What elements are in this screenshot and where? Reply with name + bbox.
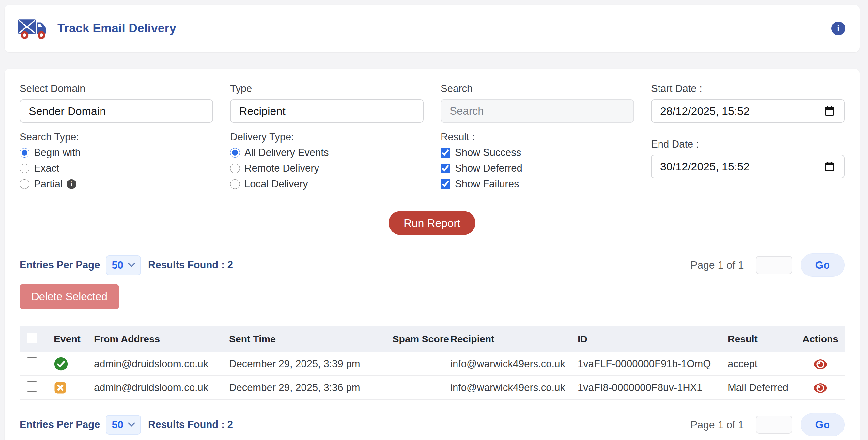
search-group: Search Result : Show Success Show Deferr… <box>440 83 634 190</box>
radio-all-delivery-events-label: All Delivery Events <box>244 147 329 158</box>
search-input[interactable] <box>450 105 625 117</box>
cell-from-address: admin@druidsloom.co.uk <box>94 376 229 400</box>
checkbox-show-success-input[interactable] <box>440 148 450 158</box>
row-checkbox[interactable] <box>27 357 37 368</box>
radio-remote-delivery-label: Remote Delivery <box>244 163 319 174</box>
radio-local-delivery-input[interactable] <box>230 179 240 189</box>
checkbox-show-failures[interactable]: Show Failures <box>440 178 634 190</box>
search-field-wrap <box>440 99 634 123</box>
cell-spam-score <box>375 376 450 400</box>
entries-per-page-label: Entries Per Page <box>20 419 100 431</box>
end-date-value: 30/12/2025, 15:52 <box>660 160 749 173</box>
checkbox-show-deferred-label: Show Deferred <box>455 163 522 174</box>
radio-partial-label: Partial <box>34 178 63 190</box>
entries-per-page-value: 50 <box>112 259 123 271</box>
checkbox-show-deferred[interactable]: Show Deferred <box>440 163 634 174</box>
search-label: Search <box>440 83 634 95</box>
go-button[interactable]: Go <box>801 413 844 436</box>
checkbox-show-success[interactable]: Show Success <box>440 147 634 158</box>
select-domain-label: Select Domain <box>20 83 213 95</box>
radio-exact[interactable]: Exact <box>20 163 213 174</box>
end-date-input[interactable]: 30/12/2025, 15:52 <box>651 155 844 178</box>
page-number-input[interactable] <box>756 415 792 434</box>
radio-exact-label: Exact <box>34 163 59 174</box>
cell-spam-score <box>375 352 450 376</box>
view-details-eye-icon[interactable] <box>813 383 828 393</box>
select-domain-group: Select Domain Sender Domain Search Type:… <box>20 83 213 190</box>
page-number-input[interactable] <box>756 256 792 274</box>
delivery-type-label: Delivery Type: <box>230 131 424 143</box>
go-button[interactable]: Go <box>801 253 844 277</box>
radio-all-delivery-events[interactable]: All Delivery Events <box>230 147 424 158</box>
header-bar: Track Email Delivery i <box>5 5 860 52</box>
radio-local-delivery[interactable]: Local Delivery <box>230 178 424 190</box>
run-report-button[interactable]: Run Report <box>389 211 475 235</box>
radio-partial[interactable]: Partial i <box>20 178 213 190</box>
domain-select-value: Sender Domain <box>29 105 106 118</box>
cell-from-address: admin@druidsloom.co.uk <box>94 352 229 376</box>
partial-info-icon[interactable]: i <box>67 179 76 189</box>
results-found-label: Results Found : 2 <box>148 419 233 431</box>
end-date-label: End Date : <box>651 138 844 150</box>
page-indicator: Page 1 of 1 <box>690 419 744 431</box>
checkbox-show-deferred-input[interactable] <box>440 164 450 173</box>
calendar-icon[interactable] <box>824 105 835 117</box>
dates-group: Start Date : 28/12/2025, 15:52 End Date … <box>651 83 844 190</box>
cell-result: Mail Deferred <box>728 376 796 400</box>
chevron-down-icon <box>128 422 135 427</box>
toolbar-top: Entries Per Page 50 Results Found : 2 Pa… <box>20 253 844 277</box>
column-header-spam-score: Spam Score <box>375 326 450 352</box>
start-date-value: 28/12/2025, 15:52 <box>660 105 749 118</box>
type-select[interactable]: Recipient <box>230 99 424 123</box>
cell-sent-time: December 29, 2025, 3:36 pm <box>229 376 375 400</box>
table-row: admin@druidsloom.co.uk December 29, 2025… <box>20 352 844 376</box>
toolbar-bottom: Entries Per Page 50 Results Found : 2 Pa… <box>20 413 844 436</box>
success-check-icon <box>54 357 68 371</box>
calendar-icon[interactable] <box>824 160 835 172</box>
entries-per-page-value: 50 <box>112 419 123 431</box>
cell-id: 1vaFLF-0000000F91b-1OmQ <box>578 352 728 376</box>
entries-per-page-select[interactable]: 50 <box>106 415 141 435</box>
radio-begin-with-label: Begin with <box>34 147 81 158</box>
column-header-actions: Actions <box>796 326 844 352</box>
column-header-id: ID <box>578 326 728 352</box>
view-details-eye-icon[interactable] <box>813 359 828 370</box>
cell-id: 1vaFI8-0000000F8uv-1HX1 <box>578 376 728 400</box>
entries-per-page-select[interactable]: 50 <box>106 255 141 275</box>
radio-local-delivery-label: Local Delivery <box>244 178 308 190</box>
mail-truck-logo-icon <box>18 16 49 41</box>
checkbox-show-failures-input[interactable] <box>440 179 450 189</box>
domain-select[interactable]: Sender Domain <box>20 99 213 123</box>
row-checkbox[interactable] <box>27 381 37 392</box>
checkbox-show-failures-label: Show Failures <box>455 178 519 190</box>
type-group: Type Recipient Delivery Type: All Delive… <box>230 83 424 190</box>
page-indicator: Page 1 of 1 <box>690 259 744 271</box>
radio-partial-input[interactable] <box>20 179 29 189</box>
radio-all-delivery-events-input[interactable] <box>230 148 240 158</box>
search-type-label: Search Type: <box>20 131 213 143</box>
delivery-events-table: Event From Address Sent Time Spam Score … <box>20 326 844 400</box>
radio-begin-with-input[interactable] <box>20 148 29 158</box>
report-panel: Select Domain Sender Domain Search Type:… <box>5 68 860 440</box>
column-header-from-address: From Address <box>94 326 229 352</box>
info-icon[interactable]: i <box>832 22 845 35</box>
radio-remote-delivery[interactable]: Remote Delivery <box>230 163 424 174</box>
column-header-recipient: Recipient <box>450 326 578 352</box>
checkbox-show-success-label: Show Success <box>455 147 521 158</box>
results-found-label: Results Found : 2 <box>148 259 233 271</box>
radio-begin-with[interactable]: Begin with <box>20 147 213 158</box>
type-label: Type <box>230 83 424 95</box>
start-date-input[interactable]: 28/12/2025, 15:52 <box>651 99 844 123</box>
type-select-value: Recipient <box>239 105 285 118</box>
deferred-x-icon <box>54 381 67 394</box>
column-header-sent-time: Sent Time <box>229 326 375 352</box>
radio-exact-input[interactable] <box>20 164 29 173</box>
entries-per-page-label: Entries Per Page <box>20 259 100 271</box>
cell-recipient: info@warwick49ers.co.uk <box>450 352 578 376</box>
delete-selected-button[interactable]: Delete Selected <box>20 284 119 310</box>
radio-remote-delivery-input[interactable] <box>230 164 240 173</box>
column-header-result: Result <box>728 326 796 352</box>
table-header-row: Event From Address Sent Time Spam Score … <box>20 326 844 352</box>
start-date-label: Start Date : <box>651 83 844 95</box>
select-all-checkbox[interactable] <box>27 332 37 343</box>
